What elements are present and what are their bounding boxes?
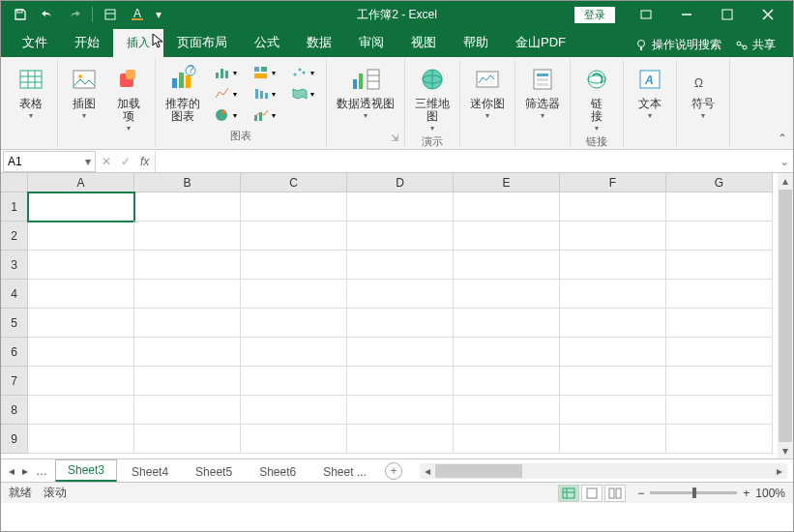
scatter-chart-icon[interactable]: ▾ xyxy=(285,63,320,82)
line-chart-icon[interactable]: ▾ xyxy=(208,84,243,103)
qat-item-icon[interactable] xyxy=(99,3,122,26)
cell[interactable] xyxy=(454,338,560,367)
sheet-next-icon[interactable]: ▸ xyxy=(20,464,30,478)
text-button[interactable]: A文本▾ xyxy=(630,61,670,122)
bar-chart-icon[interactable]: ▾ xyxy=(208,63,243,82)
cell[interactable] xyxy=(134,425,241,454)
sheet-tab[interactable]: Sheet6 xyxy=(247,461,309,482)
scroll-up-icon[interactable]: ▴ xyxy=(778,173,793,189)
row-header[interactable]: 6 xyxy=(1,338,28,367)
cell[interactable] xyxy=(28,309,134,338)
cell[interactable] xyxy=(28,338,134,367)
cell[interactable] xyxy=(666,222,773,251)
cell[interactable] xyxy=(666,309,773,338)
cell[interactable] xyxy=(134,222,241,251)
map-chart-icon[interactable]: ▾ xyxy=(285,84,320,103)
cell[interactable] xyxy=(666,425,773,454)
scroll-down-icon[interactable]: ▾ xyxy=(778,443,793,458)
cell[interactable] xyxy=(454,222,560,251)
column-header[interactable]: G xyxy=(666,173,773,192)
cell[interactable] xyxy=(560,396,666,425)
row-header[interactable]: 2 xyxy=(1,222,28,251)
cell[interactable] xyxy=(28,280,134,309)
pivot-group-launcher[interactable]: ⇲ xyxy=(391,133,398,145)
cell[interactable] xyxy=(28,367,134,396)
tab-file[interactable]: 文件 xyxy=(9,28,61,57)
cell[interactable] xyxy=(666,280,773,309)
share-button[interactable]: 共享 xyxy=(727,33,783,57)
cell[interactable] xyxy=(241,338,347,367)
cell[interactable] xyxy=(454,280,560,309)
tab-formulas[interactable]: 公式 xyxy=(241,28,293,57)
cell[interactable] xyxy=(560,280,666,309)
tab-insert[interactable]: 插入 xyxy=(113,29,163,57)
name-box[interactable]: ▾ xyxy=(3,151,96,172)
login-button[interactable]: 登录 xyxy=(574,7,615,23)
row-header[interactable]: 8 xyxy=(1,396,28,425)
cell[interactable] xyxy=(454,367,560,396)
scroll-right-icon[interactable]: ▸ xyxy=(772,464,787,478)
font-color-icon[interactable]: A xyxy=(126,3,149,26)
cell[interactable] xyxy=(347,338,454,367)
pivotchart-button[interactable]: 数据透视图▾ xyxy=(333,61,398,122)
cell[interactable] xyxy=(241,309,347,338)
filters-button[interactable]: 筛选器▾ xyxy=(521,61,564,122)
tab-view[interactable]: 视图 xyxy=(397,28,450,57)
recommended-charts-button[interactable]: ?推荐的 图表 xyxy=(162,61,204,125)
tab-help[interactable]: 帮助 xyxy=(450,28,502,57)
cell[interactable] xyxy=(134,192,241,222)
cell[interactable] xyxy=(28,251,134,280)
pie-chart-icon[interactable]: ▾ xyxy=(208,105,243,125)
row-header[interactable]: 9 xyxy=(1,425,28,454)
cell[interactable] xyxy=(666,396,773,425)
cell[interactable] xyxy=(28,192,134,222)
cell[interactable] xyxy=(454,251,560,280)
tables-button[interactable]: 表格▾ xyxy=(11,61,51,122)
cell[interactable] xyxy=(347,425,454,454)
column-header[interactable]: B xyxy=(134,173,241,192)
sheet-tab[interactable]: Sheet ... xyxy=(310,461,379,482)
cell[interactable] xyxy=(454,309,560,338)
cell[interactable] xyxy=(241,192,347,222)
expand-formula-icon[interactable]: ⌄ xyxy=(776,155,793,168)
tab-review[interactable]: 审阅 xyxy=(345,28,397,57)
page-layout-view-icon[interactable] xyxy=(581,485,603,502)
scroll-left-icon[interactable]: ◂ xyxy=(420,464,435,478)
zoom-slider[interactable] xyxy=(650,491,737,494)
cell[interactable] xyxy=(134,251,241,280)
close-icon[interactable] xyxy=(749,2,787,27)
cell[interactable] xyxy=(454,192,560,222)
undo-icon[interactable] xyxy=(36,3,59,26)
cell[interactable] xyxy=(347,251,454,280)
cell[interactable] xyxy=(560,251,666,280)
cell[interactable] xyxy=(560,367,666,396)
cell[interactable] xyxy=(28,222,134,251)
page-break-view-icon[interactable] xyxy=(604,485,626,502)
cell[interactable] xyxy=(241,425,347,454)
formula-input[interactable] xyxy=(155,151,776,172)
add-sheet-button[interactable]: ＋ xyxy=(385,462,402,480)
row-header[interactable]: 1 xyxy=(1,192,28,222)
hscroll-thumb[interactable] xyxy=(435,464,522,478)
cell[interactable] xyxy=(134,338,241,367)
select-all-corner[interactable] xyxy=(1,173,28,192)
horizontal-scrollbar[interactable]: ◂ ▸ xyxy=(420,463,787,479)
cell[interactable] xyxy=(347,396,454,425)
cell[interactable] xyxy=(28,396,134,425)
link-button[interactable]: 链 接▾ xyxy=(576,61,617,134)
sheet-prev-icon[interactable]: ◂ xyxy=(7,464,16,478)
symbol-button[interactable]: Ω符号▾ xyxy=(683,61,723,122)
collapse-ribbon-icon[interactable]: ⌃ xyxy=(778,132,787,145)
cell[interactable] xyxy=(134,367,241,396)
cell[interactable] xyxy=(560,338,666,367)
cell[interactable] xyxy=(134,280,241,309)
cell[interactable] xyxy=(454,396,560,425)
column-header[interactable]: A xyxy=(28,173,134,192)
zoom-level[interactable]: 100% xyxy=(755,487,785,500)
save-icon[interactable] xyxy=(9,3,32,26)
combo-chart-icon[interactable]: ▾ xyxy=(247,105,281,125)
cell[interactable] xyxy=(666,338,773,367)
tab-layout[interactable]: 页面布局 xyxy=(163,28,241,57)
vertical-scrollbar[interactable]: ▴ ▾ xyxy=(778,173,793,458)
ribbon-options-icon[interactable] xyxy=(627,2,665,27)
